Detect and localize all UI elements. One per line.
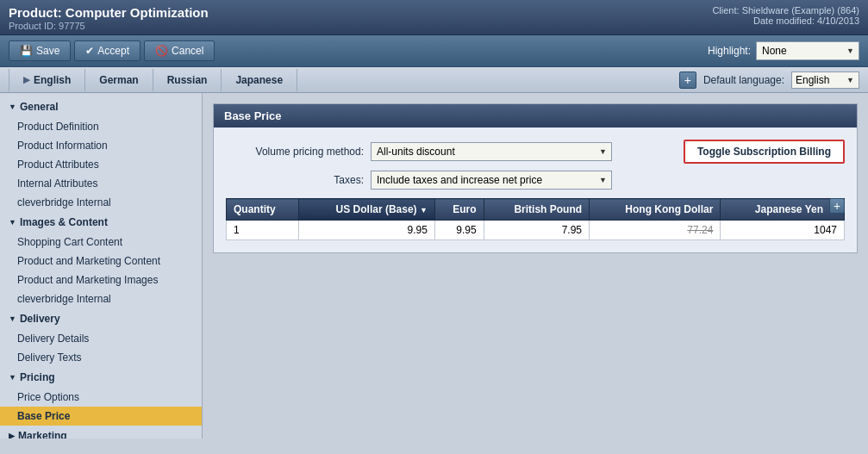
cancel-label: Cancel — [172, 45, 203, 57]
accept-label: Accept — [97, 45, 129, 57]
lang-right: + Default language: English German Russi… — [679, 72, 859, 89]
sidebar: ▼ General Product Definition Product Inf… — [0, 93, 203, 438]
default-lang-select-wrapper: English German Russian Japanese — [791, 72, 859, 89]
cell-gbp: 7.95 — [484, 221, 589, 240]
sidebar-section-marketing-label: Marketing — [18, 430, 67, 438]
sidebar-section-general-label: General — [20, 101, 59, 113]
date-modified-label: Date modified: — [753, 16, 815, 26]
volume-pricing-control-wrapper: All-units discount Incremental discount … — [371, 140, 845, 164]
cell-usd: 9.95 — [299, 221, 435, 240]
volume-pricing-select-wrapper: All-units discount Incremental discount — [371, 142, 612, 161]
client-label: Client: — [712, 5, 739, 16]
save-icon: 💾 — [20, 45, 33, 57]
sidebar-item-product-marketing-images[interactable]: Product and Marketing Images — [0, 271, 202, 289]
price-table: Quantity US Dollar (Base) ▼ Euro British… — [226, 198, 845, 240]
toolbar-right: Highlight: None Changes Errors — [708, 41, 859, 60]
date-modified-value: 4/10/2013 — [817, 16, 859, 26]
volume-pricing-label: Volume pricing method: — [226, 146, 364, 158]
highlight-select-wrapper: None Changes Errors — [756, 41, 859, 60]
header-info: Client: Shieldware (Example) (864) Date … — [712, 5, 859, 26]
sidebar-section-pricing-label: Pricing — [20, 371, 55, 383]
main-layout: ▼ General Product Definition Product Inf… — [0, 93, 868, 438]
toggle-subscription-billing-button[interactable]: Toggle Subscription Billing — [684, 140, 845, 164]
sort-icon-usd: ▼ — [420, 206, 428, 215]
delivery-collapse-icon: ▼ — [9, 314, 16, 323]
pricing-collapse-icon: ▼ — [9, 373, 16, 382]
images-collapse-icon: ▼ — [9, 218, 16, 227]
content-panel: Base Price Volume pricing method: All-un… — [213, 103, 858, 253]
add-language-button[interactable]: + — [679, 72, 696, 89]
accept-icon: ✔ — [85, 45, 94, 57]
lang-tab-german[interactable]: German — [85, 69, 153, 91]
default-lang-label: Default language: — [703, 74, 784, 86]
cell-hkd: 77.24 — [590, 221, 721, 240]
sidebar-section-marketing[interactable]: ▶ Marketing — [0, 426, 202, 438]
sidebar-item-delivery-texts[interactable]: Delivery Texts — [0, 348, 202, 367]
table-row: 1 9.95 9.95 7.95 77.24 1047 — [227, 221, 845, 240]
sidebar-section-images-label: Images & Content — [20, 216, 108, 228]
toolbar: 💾 Save ✔ Accept 🚫 Cancel Highlight: None… — [0, 35, 868, 67]
lang-tab-english[interactable]: ▶ English — [9, 69, 85, 91]
lang-tab-russian-label: Russian — [167, 74, 208, 86]
client-info: Client: Shieldware (Example) (864) — [712, 5, 859, 16]
content-panel-header: Base Price — [214, 104, 857, 127]
volume-pricing-select[interactable]: All-units discount Incremental discount — [371, 142, 612, 161]
product-id-subtitle: Product ID: 97775 — [9, 21, 209, 31]
client-value: Shieldware (Example) (864) — [742, 5, 859, 16]
lang-tab-japanese[interactable]: Japanese — [222, 69, 297, 91]
save-button[interactable]: 💾 Save — [9, 40, 71, 61]
price-table-wrapper: Quantity US Dollar (Base) ▼ Euro British… — [226, 198, 845, 240]
accept-button[interactable]: ✔ Accept — [74, 40, 141, 61]
taxes-row: Taxes: Include taxes and increase net pr… — [226, 171, 845, 190]
cell-jpy: 1047 — [721, 221, 845, 240]
sidebar-item-cleverbridge-internal-general[interactable]: cleverbridge Internal — [0, 193, 202, 212]
sidebar-item-cleverbridge-internal-images[interactable]: cleverbridge Internal — [0, 289, 202, 308]
cell-euro: 9.95 — [434, 221, 484, 240]
content-area: Base Price Volume pricing method: All-un… — [203, 93, 868, 438]
product-id-value: 97775 — [59, 21, 85, 31]
sidebar-item-product-information[interactable]: Product Information — [0, 136, 202, 155]
lang-tab-english-label: English — [34, 74, 71, 86]
col-header-usd: US Dollar (Base) ▼ — [299, 199, 435, 221]
sidebar-item-base-price[interactable]: Base Price — [0, 407, 202, 426]
lang-tabs: ▶ English German Russian Japanese + Defa… — [0, 67, 868, 93]
product-id-label: Product ID: — [9, 21, 56, 31]
sidebar-item-shopping-cart-content[interactable]: Shopping Cart Content — [0, 233, 202, 252]
taxes-label: Taxes: — [226, 174, 364, 186]
col-header-gbp: British Pound — [484, 199, 589, 221]
lang-tab-german-label: German — [99, 74, 138, 86]
taxes-select[interactable]: Include taxes and increase net price Exc… — [371, 171, 612, 190]
taxes-select-wrapper: Include taxes and increase net price Exc… — [371, 171, 612, 190]
sidebar-item-price-options[interactable]: Price Options — [0, 388, 202, 407]
taxes-control-wrapper: Include taxes and increase net price Exc… — [371, 171, 845, 190]
cell-quantity: 1 — [227, 221, 299, 240]
general-collapse-icon: ▼ — [9, 103, 16, 111]
col-header-euro: Euro — [434, 199, 484, 221]
default-lang-select[interactable]: English German Russian Japanese — [791, 72, 859, 89]
page-title: Product: Computer Optimization — [9, 5, 209, 20]
sidebar-section-general[interactable]: ▼ General — [0, 96, 202, 117]
sidebar-item-internal-attributes[interactable]: Internal Attributes — [0, 174, 202, 193]
sidebar-item-product-definition[interactable]: Product Definition — [0, 117, 202, 136]
save-label: Save — [36, 45, 59, 57]
col-header-quantity: Quantity — [227, 199, 299, 221]
sidebar-item-delivery-details[interactable]: Delivery Details — [0, 329, 202, 348]
sidebar-item-product-marketing-content[interactable]: Product and Marketing Content — [0, 252, 202, 271]
col-header-jpy: Japanese Yen — [721, 199, 845, 221]
content-panel-title: Base Price — [224, 109, 282, 122]
lang-tab-russian[interactable]: Russian — [153, 69, 222, 91]
cancel-icon: 🚫 — [155, 45, 168, 57]
lang-tab-english-arrow: ▶ — [23, 75, 30, 84]
add-row-button[interactable]: + — [829, 198, 845, 214]
sidebar-section-images[interactable]: ▼ Images & Content — [0, 212, 202, 233]
sidebar-section-delivery[interactable]: ▼ Delivery — [0, 308, 202, 329]
volume-pricing-row: Volume pricing method: All-units discoun… — [226, 140, 845, 164]
cancel-button[interactable]: 🚫 Cancel — [144, 40, 215, 61]
col-header-hkd: Hong Kong Dollar — [590, 199, 721, 221]
sidebar-item-product-attributes[interactable]: Product Attributes — [0, 155, 202, 174]
content-panel-body: Volume pricing method: All-units discoun… — [214, 127, 857, 252]
sidebar-section-pricing[interactable]: ▼ Pricing — [0, 367, 202, 388]
highlight-select[interactable]: None Changes Errors — [756, 41, 859, 60]
header-bar: Product: Computer Optimization Product I… — [0, 0, 868, 35]
highlight-label: Highlight: — [708, 45, 751, 57]
